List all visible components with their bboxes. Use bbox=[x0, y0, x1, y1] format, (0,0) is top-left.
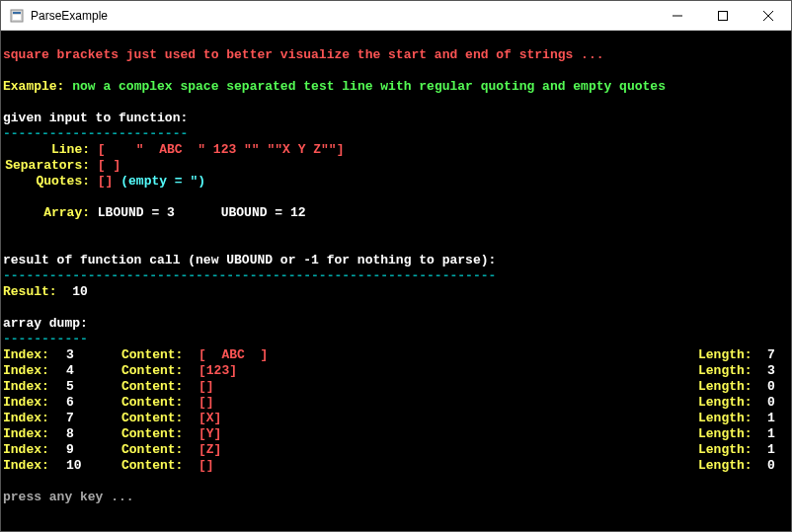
length-label: Length: bbox=[698, 347, 767, 363]
table-row: Index:6Content:[]Length:0 bbox=[3, 395, 789, 411]
content-label: Content: bbox=[121, 347, 198, 363]
table-row: Index:7Content:[X]Length:1 bbox=[3, 411, 789, 426]
content-value: [123] bbox=[198, 363, 698, 379]
array-label: Array: bbox=[3, 205, 90, 221]
close-button[interactable] bbox=[746, 1, 791, 31]
index-label: Index: bbox=[3, 458, 66, 474]
svg-rect-1 bbox=[13, 12, 21, 14]
table-row: Index:4Content:[123]Length:3 bbox=[3, 363, 789, 379]
content-value: [Z] bbox=[198, 442, 698, 458]
content-value: [Y] bbox=[198, 426, 698, 442]
length-value: 0 bbox=[767, 379, 789, 395]
index-label: Index: bbox=[3, 426, 66, 442]
content-label: Content: bbox=[121, 411, 198, 426]
length-label: Length: bbox=[698, 363, 767, 379]
index-value: 3 bbox=[66, 347, 121, 363]
press-any-key: press any key ... bbox=[3, 490, 134, 504]
app-window: ParseExample square brackets just used t… bbox=[0, 0, 792, 532]
table-row: Index:10Content:[]Length:0 bbox=[3, 458, 789, 474]
titlebar[interactable]: ParseExample bbox=[1, 1, 791, 31]
table-row: Index:8Content:[Y]Length:1 bbox=[3, 426, 789, 442]
example-label: Example: bbox=[3, 79, 64, 94]
svg-rect-2 bbox=[13, 15, 21, 20]
index-label: Index: bbox=[3, 379, 66, 395]
content-label: Content: bbox=[121, 363, 198, 379]
content-value: [] bbox=[198, 379, 698, 395]
table-row: Index:3Content:[ ABC ]Length:7 bbox=[3, 347, 789, 363]
length-value: 1 bbox=[767, 426, 789, 442]
index-value: 5 bbox=[66, 379, 121, 395]
length-value: 1 bbox=[767, 442, 789, 458]
length-value: 7 bbox=[767, 347, 789, 363]
length-value: 0 bbox=[767, 395, 789, 411]
quotes-label: Quotes: bbox=[3, 174, 90, 190]
content-value: [X] bbox=[198, 411, 698, 426]
length-label: Length: bbox=[698, 379, 767, 395]
app-icon bbox=[9, 8, 25, 24]
index-value: 8 bbox=[66, 426, 121, 442]
index-value: 10 bbox=[66, 458, 121, 474]
window-title: ParseExample bbox=[31, 9, 655, 23]
result-label: Result: bbox=[3, 284, 57, 299]
maximize-button[interactable] bbox=[700, 1, 746, 31]
content-label: Content: bbox=[121, 379, 198, 395]
window-controls bbox=[655, 1, 791, 31]
index-label: Index: bbox=[3, 442, 66, 458]
separators-value: [ ] bbox=[98, 158, 120, 173]
content-value: [ ABC ] bbox=[198, 347, 698, 363]
content-value: [] bbox=[198, 395, 698, 411]
example-text: now a complex space separated test line … bbox=[72, 79, 666, 94]
index-value: 9 bbox=[66, 442, 121, 458]
quotes-note: (empty = ") bbox=[120, 174, 205, 189]
length-value: 1 bbox=[767, 411, 789, 426]
lbound-label: LBOUND = bbox=[98, 205, 159, 220]
brackets-note: square brackets just used to better visu… bbox=[3, 47, 604, 62]
index-value: 6 bbox=[66, 395, 121, 411]
content-label: Content: bbox=[121, 458, 198, 474]
rule: ----------------------------------------… bbox=[3, 268, 496, 283]
ubound-label: UBOUND = bbox=[221, 205, 282, 220]
content-label: Content: bbox=[121, 395, 198, 411]
index-value: 7 bbox=[66, 411, 121, 426]
content-value: [] bbox=[198, 458, 698, 474]
ubound-value: 12 bbox=[290, 205, 306, 220]
content-label: Content: bbox=[121, 442, 198, 458]
line-value: [ " ABC " 123 "" ""X Y Z""] bbox=[98, 142, 345, 157]
given-title: given input to function: bbox=[3, 111, 188, 125]
svg-rect-3 bbox=[719, 11, 728, 20]
result-title: result of function call (new UBOUND or -… bbox=[3, 253, 496, 267]
index-label: Index: bbox=[3, 411, 66, 426]
length-label: Length: bbox=[698, 426, 767, 442]
lbound-value: 3 bbox=[167, 205, 175, 220]
dump-title: array dump: bbox=[3, 316, 88, 331]
index-value: 4 bbox=[66, 363, 121, 379]
length-value: 0 bbox=[767, 458, 789, 474]
length-value: 3 bbox=[767, 363, 789, 379]
length-label: Length: bbox=[698, 395, 767, 411]
table-row: Index:9Content:[Z]Length:1 bbox=[3, 442, 789, 458]
line-label: Line: bbox=[3, 142, 90, 158]
rule: ----------- bbox=[3, 332, 88, 346]
index-label: Index: bbox=[3, 363, 66, 379]
quotes-value: [] bbox=[98, 174, 114, 189]
length-label: Length: bbox=[698, 411, 767, 426]
index-label: Index: bbox=[3, 347, 66, 363]
content-label: Content: bbox=[121, 426, 198, 442]
console-area: square brackets just used to better visu… bbox=[1, 31, 791, 531]
length-label: Length: bbox=[698, 458, 767, 474]
result-value: 10 bbox=[72, 284, 88, 299]
rule: ------------------------ bbox=[3, 126, 188, 141]
separators-label: Separators: bbox=[3, 158, 90, 174]
index-label: Index: bbox=[3, 395, 66, 411]
table-row: Index:5Content:[]Length:0 bbox=[3, 379, 789, 395]
minimize-button[interactable] bbox=[655, 1, 700, 31]
length-label: Length: bbox=[698, 442, 767, 458]
